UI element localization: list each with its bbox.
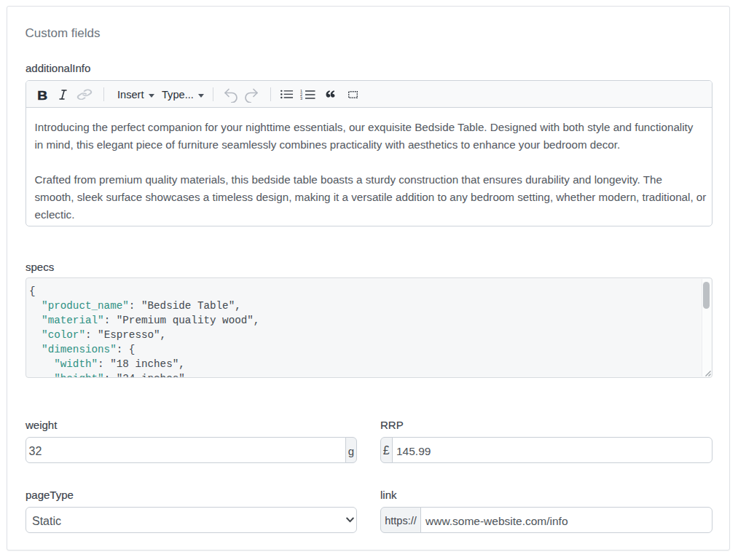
svg-text:3: 3: [300, 96, 302, 100]
